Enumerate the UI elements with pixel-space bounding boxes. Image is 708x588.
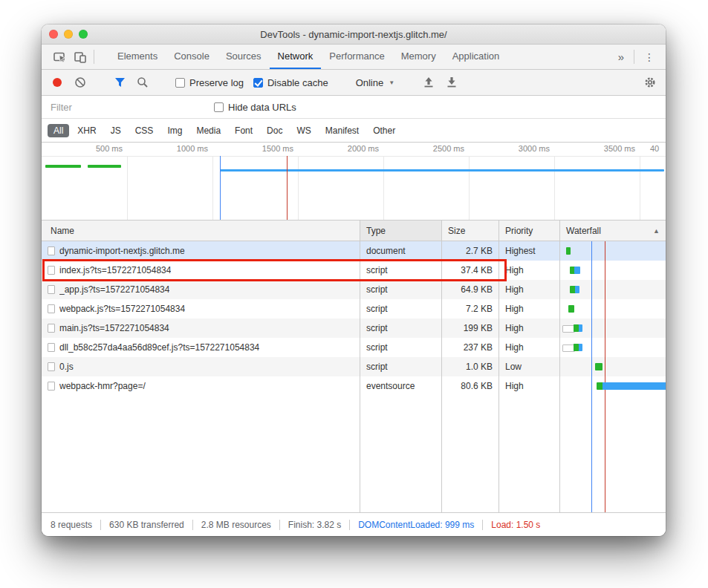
- request-name: webpack-hmr?page=/: [59, 381, 146, 391]
- tab-elements[interactable]: Elements: [109, 45, 166, 69]
- devtools-window: DevTools - dynamic-import-nextjs.glitch.…: [42, 24, 666, 536]
- column-header-name[interactable]: Name: [42, 220, 360, 241]
- export-har-button[interactable]: [445, 76, 458, 89]
- dom-content-loaded-time: DOMContentLoaded: 999 ms: [349, 520, 474, 530]
- checkbox-checked-icon: [253, 78, 263, 88]
- load-time: Load: 1.50 s: [482, 520, 540, 530]
- title-bar[interactable]: DevTools - dynamic-import-nextjs.glitch.…: [42, 24, 666, 45]
- filter-input[interactable]: [51, 102, 192, 113]
- zoom-window-button[interactable]: [79, 30, 88, 39]
- request-row[interactable]: main.js?ts=1572271054834 script 199 KB H…: [42, 318, 666, 338]
- request-row[interactable]: _app.js?ts=1572271054834 script 64.9 KB …: [42, 280, 666, 299]
- request-type: script: [360, 318, 442, 338]
- request-row[interactable]: 0.js script 1.0 KB Low: [42, 357, 666, 376]
- waterfall-cell: [560, 357, 666, 376]
- type-filter-doc[interactable]: Doc: [261, 124, 288, 137]
- type-filter-all[interactable]: All: [48, 124, 69, 137]
- gear-icon: [644, 76, 656, 88]
- device-toolbar-icon: [74, 51, 86, 63]
- device-toolbar-button[interactable]: [70, 45, 91, 69]
- type-filter-ws[interactable]: WS: [290, 124, 316, 137]
- waterfall-cell: [560, 338, 666, 357]
- inspect-element-button[interactable]: [49, 45, 70, 69]
- request-type: script: [360, 261, 442, 280]
- tab-memory[interactable]: Memory: [393, 45, 444, 69]
- file-icon: [48, 362, 55, 371]
- type-filter-xhr[interactable]: XHR: [71, 124, 102, 137]
- column-header-priority[interactable]: Priority: [499, 220, 560, 241]
- request-type: eventsource: [360, 376, 442, 396]
- waterfall-cell: [560, 318, 666, 338]
- column-header-size[interactable]: Size: [442, 220, 499, 241]
- devtools-tab-bar: Elements Console Sources Network Perform…: [42, 45, 666, 70]
- request-name: dynamic-import-nextjs.glitch.me: [59, 246, 185, 256]
- preserve-log-checkbox[interactable]: Preserve log: [175, 77, 244, 88]
- file-icon: [48, 324, 55, 333]
- export-arrow-icon: [446, 76, 458, 88]
- waterfall-cell: [560, 376, 666, 396]
- close-window-button[interactable]: [49, 30, 58, 39]
- disable-cache-label: Disable cache: [267, 77, 328, 88]
- file-icon: [48, 382, 55, 391]
- disable-cache-checkbox[interactable]: Disable cache: [253, 77, 328, 88]
- search-button[interactable]: [136, 76, 149, 89]
- waterfall-cell: [560, 241, 666, 261]
- column-header-waterfall[interactable]: Waterfall ▲: [560, 220, 666, 241]
- file-icon: [48, 285, 55, 294]
- request-type: script: [360, 357, 442, 376]
- tab-performance[interactable]: Performance: [321, 45, 392, 69]
- type-filter-css[interactable]: CSS: [129, 124, 160, 137]
- divider: [94, 50, 94, 64]
- minimize-window-button[interactable]: [64, 30, 73, 39]
- request-name: 0.js: [59, 362, 74, 372]
- request-row[interactable]: dll_b58c257da4aa56d89cef.js?ts=157227105…: [42, 338, 666, 357]
- clear-icon: [74, 76, 86, 88]
- request-type: script: [360, 299, 442, 318]
- request-type: script: [360, 338, 442, 357]
- request-type: document: [360, 241, 442, 261]
- request-row[interactable]: webpack.js?ts=1572271054834 script 7.2 K…: [42, 299, 666, 318]
- waterfall-cell: [560, 299, 666, 318]
- type-filter-other[interactable]: Other: [367, 124, 401, 137]
- request-size: 2.7 KB: [442, 241, 499, 261]
- tab-console[interactable]: Console: [166, 45, 218, 69]
- record-button[interactable]: [51, 76, 64, 89]
- search-icon: [137, 76, 149, 88]
- waterfall-cell: [560, 280, 666, 299]
- resource-type-filters: All XHR JS CSS Img Media Font Doc WS Man…: [42, 119, 666, 143]
- dcl-marker-line: [591, 241, 592, 512]
- network-toolbar: Preserve log Disable cache Online ▼: [42, 70, 666, 96]
- tab-network[interactable]: Network: [270, 45, 322, 69]
- request-size: 64.9 KB: [442, 280, 499, 299]
- type-filter-manifest[interactable]: Manifest: [319, 124, 365, 137]
- request-row[interactable]: dynamic-import-nextjs.glitch.me document…: [42, 241, 666, 261]
- request-size: 237 KB: [442, 338, 499, 357]
- requests-table-body: dynamic-import-nextjs.glitch.me document…: [42, 241, 666, 512]
- import-arrow-icon: [423, 76, 435, 88]
- request-size: 7.2 KB: [442, 299, 499, 318]
- filter-toggle-button[interactable]: [113, 76, 126, 89]
- timeline-overview[interactable]: 500 ms 1000 ms 1500 ms 2000 ms 2500 ms 3…: [42, 143, 666, 220]
- more-tabs-chevron-button[interactable]: »: [611, 45, 631, 69]
- type-filter-js[interactable]: JS: [105, 124, 127, 137]
- request-type: script: [360, 280, 442, 299]
- request-row[interactable]: index.js?ts=1572271054834 script 37.4 KB…: [42, 261, 666, 280]
- devtools-menu-button[interactable]: ⋮: [637, 45, 661, 69]
- table-header: Name Type Size Priority Waterfall ▲: [42, 220, 666, 241]
- type-filter-font[interactable]: Font: [229, 124, 259, 137]
- tab-application[interactable]: Application: [444, 45, 508, 69]
- record-icon: [53, 78, 62, 87]
- type-filter-media[interactable]: Media: [190, 124, 227, 137]
- waterfall-cell: [560, 261, 666, 280]
- type-filter-img[interactable]: Img: [161, 124, 188, 137]
- import-har-button[interactable]: [422, 76, 435, 89]
- settings-gear-button[interactable]: [643, 76, 657, 89]
- request-row[interactable]: webpack-hmr?page=/ eventsource 80.6 KB H…: [42, 376, 666, 396]
- throttling-dropdown[interactable]: Online ▼: [354, 77, 397, 88]
- column-header-type[interactable]: Type: [360, 220, 442, 241]
- tab-sources[interactable]: Sources: [218, 45, 270, 69]
- transferred-size: 630 KB transferred: [100, 520, 184, 530]
- hide-data-urls-checkbox[interactable]: Hide data URLs: [214, 102, 296, 113]
- clear-button[interactable]: [74, 76, 87, 89]
- requests-table: Name Type Size Priority Waterfall ▲ dyna…: [42, 220, 666, 512]
